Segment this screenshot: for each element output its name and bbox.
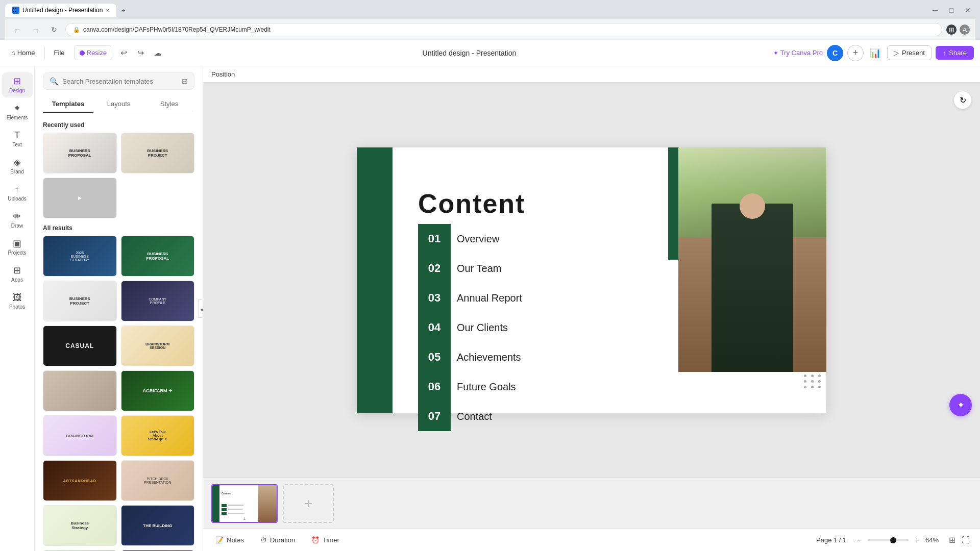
- slide-item-04[interactable]: 04 Our Clients: [418, 313, 522, 342]
- active-browser-tab[interactable]: C Untitled design - Presentation ×: [5, 4, 116, 17]
- resize-dot-icon: [80, 51, 85, 56]
- refresh-button[interactable]: ↻: [953, 91, 972, 109]
- slide-text-05: Achievements: [457, 342, 521, 372]
- filter-icon[interactable]: ⊟: [182, 77, 188, 85]
- zoom-out-button[interactable]: −: [854, 534, 863, 547]
- add-slide-button[interactable]: +: [283, 484, 334, 523]
- sidebar-item-elements[interactable]: ✦ Elements: [2, 99, 33, 124]
- sidebar-item-design[interactable]: ⊞ Design: [2, 72, 33, 97]
- slide-item-06[interactable]: 06 Future Goals: [418, 372, 522, 402]
- profile-icon[interactable]: A: [960, 24, 970, 35]
- cloud-save-button[interactable]: ☁: [150, 46, 165, 60]
- recent-template-business-proposal[interactable]: BUSINESSPROPOSAL: [43, 133, 117, 173]
- recent-template-business-project[interactable]: BUSINESSPROJECT: [121, 133, 195, 173]
- file-button[interactable]: File: [49, 46, 70, 60]
- slide-item-07[interactable]: 07 Contact: [418, 402, 522, 431]
- analytics-button[interactable]: 📊: [868, 45, 883, 61]
- slide-canvas[interactable]: Content 01 Overview 02 Our Team: [357, 147, 826, 413]
- sel-dot-6: [818, 380, 821, 383]
- back-btn[interactable]: ←: [10, 22, 24, 37]
- slide-photo[interactable]: [678, 147, 826, 372]
- browser-actions: ⊞ A: [946, 24, 970, 35]
- minimize-btn[interactable]: ─: [928, 3, 942, 17]
- template-the-building[interactable]: THE BUILDING: [121, 505, 195, 546]
- slide-num-06: 06: [418, 372, 451, 402]
- present-button[interactable]: ▷ Present: [887, 45, 932, 60]
- close-window-btn[interactable]: ✕: [961, 3, 975, 17]
- template-business-project-2[interactable]: BUSINESSPROJECT: [43, 281, 117, 321]
- template-brainstorm-pink[interactable]: BRAINSTORM: [43, 415, 117, 456]
- undo-button[interactable]: ↩: [116, 46, 131, 60]
- reload-btn[interactable]: ↻: [47, 22, 61, 37]
- share-button[interactable]: ↑ Share: [936, 46, 974, 60]
- try-canva-pro-button[interactable]: ✦ Try Canva Pro: [773, 49, 823, 57]
- slide-thumbnail-1[interactable]: Content 1: [211, 484, 278, 523]
- slide-text-06: Future Goals: [457, 372, 516, 402]
- all-results-grid: 2025BUSINESSSTRATEGY BUSINESSPROPOSAL BU…: [43, 236, 194, 551]
- tab-close-btn[interactable]: ×: [106, 7, 109, 13]
- new-tab-btn[interactable]: +: [117, 5, 130, 16]
- tab-styles[interactable]: Styles: [144, 96, 194, 113]
- sidebar-item-text[interactable]: T Text: [2, 127, 33, 152]
- template-brainstorm-session[interactable]: BRAINSTORMSESSION: [121, 325, 195, 366]
- sidebar-item-draw[interactable]: ✏ Draw: [2, 208, 33, 233]
- fullscreen-button[interactable]: ⛶: [960, 533, 972, 547]
- slide-green-bar: [357, 147, 393, 413]
- user-avatar[interactable]: C: [827, 45, 843, 61]
- present-icon: ▷: [894, 49, 899, 57]
- recent-template-3[interactable]: ▶: [43, 178, 117, 218]
- bottom-bar: 📝 Notes ⏱ Duration ⏰ Timer Page 1 / 1: [203, 529, 980, 551]
- search-input[interactable]: [62, 78, 178, 85]
- template-photos-collage[interactable]: [43, 370, 117, 411]
- grid-view-button[interactable]: ⊞: [947, 533, 958, 547]
- zoom-thumb: [890, 537, 896, 543]
- tab-title: Untitled design - Presentation: [22, 7, 103, 14]
- template-agrifarm[interactable]: AGRIFARM ✦: [121, 370, 195, 411]
- timer-button[interactable]: ⏰ Timer: [307, 534, 344, 546]
- template-thumb-2: BUSINESSPROJECT: [121, 133, 194, 173]
- template-artsandhead[interactable]: ARTSANDHEAD: [43, 460, 117, 501]
- text-icon: T: [14, 131, 20, 140]
- duration-button[interactable]: ⏱ Duration: [256, 534, 299, 546]
- forward-btn[interactable]: →: [29, 22, 43, 37]
- panel-collapse-handle[interactable]: ◀: [198, 299, 203, 318]
- zoom-slider[interactable]: [868, 539, 909, 541]
- resize-button[interactable]: Resize: [74, 45, 113, 60]
- slide-item-02[interactable]: 02 Our Team: [418, 254, 522, 283]
- slide-item-01[interactable]: 01 Overview: [418, 224, 522, 254]
- sidebar-item-projects[interactable]: ▣ Projects: [2, 235, 33, 260]
- maximize-btn[interactable]: □: [944, 3, 959, 17]
- address-bar[interactable]: 🔒 canva.com/design/DAFsPHw0r5I/1870Rep54…: [65, 23, 942, 36]
- search-bar[interactable]: 🔍 ⊟: [43, 72, 194, 90]
- sidebar-item-brand[interactable]: ◈ Brand: [2, 154, 33, 179]
- slide-num-01: 01: [418, 224, 451, 254]
- template-startup[interactable]: Let's TalkAboutStart-Up! ✦: [121, 415, 195, 456]
- add-collaborator-button[interactable]: +: [847, 45, 864, 61]
- slide-item-03[interactable]: 03 Annual Report: [418, 283, 522, 313]
- sidebar-item-uploads[interactable]: ↑ Uploads: [2, 181, 33, 206]
- notes-button[interactable]: 📝 Notes: [211, 534, 248, 546]
- template-business-strategy-2[interactable]: BusinessStrategy: [43, 505, 117, 546]
- browser-controls: ← → ↻ 🔒 canva.com/design/DAFsPHw0r5I/187…: [5, 19, 975, 40]
- zoom-in-button[interactable]: +: [913, 534, 921, 547]
- home-button[interactable]: ⌂ Home: [6, 46, 40, 60]
- slide-title[interactable]: Content: [418, 188, 663, 219]
- slide-content-list: 01 Overview 02 Our Team 03 Annual Report: [418, 224, 522, 431]
- try-pro-label: Try Canva Pro: [780, 49, 823, 57]
- template-business-proposal-green[interactable]: BUSINESSPROPOSAL: [121, 236, 195, 277]
- template-business-strategy-2025[interactable]: 2025BUSINESSSTRATEGY: [43, 236, 117, 277]
- tab-templates[interactable]: Templates: [43, 96, 93, 113]
- thumb-green-bar: [212, 485, 219, 522]
- template-company-profile[interactable]: COMPANYPROFILE: [121, 281, 195, 321]
- sidebar-item-photos[interactable]: 🖼 Photos: [2, 289, 33, 314]
- template-casual[interactable]: CASUAL: [43, 325, 117, 366]
- magic-button[interactable]: ✦: [949, 394, 972, 416]
- slide-item-05[interactable]: 05 Achievements: [418, 342, 522, 372]
- redo-button[interactable]: ↪: [133, 46, 148, 60]
- document-title[interactable]: Untitled design - Presentation: [423, 49, 517, 57]
- template-pitch-deck[interactable]: PITCH DECKPRESENTATION: [121, 460, 195, 501]
- canvas-wrapper[interactable]: Content 01 Overview 02 Our Team: [203, 83, 980, 478]
- extensions-icon[interactable]: ⊞: [946, 24, 957, 35]
- sidebar-item-apps[interactable]: ⊞ Apps: [2, 262, 33, 287]
- tab-layouts[interactable]: Layouts: [93, 96, 144, 113]
